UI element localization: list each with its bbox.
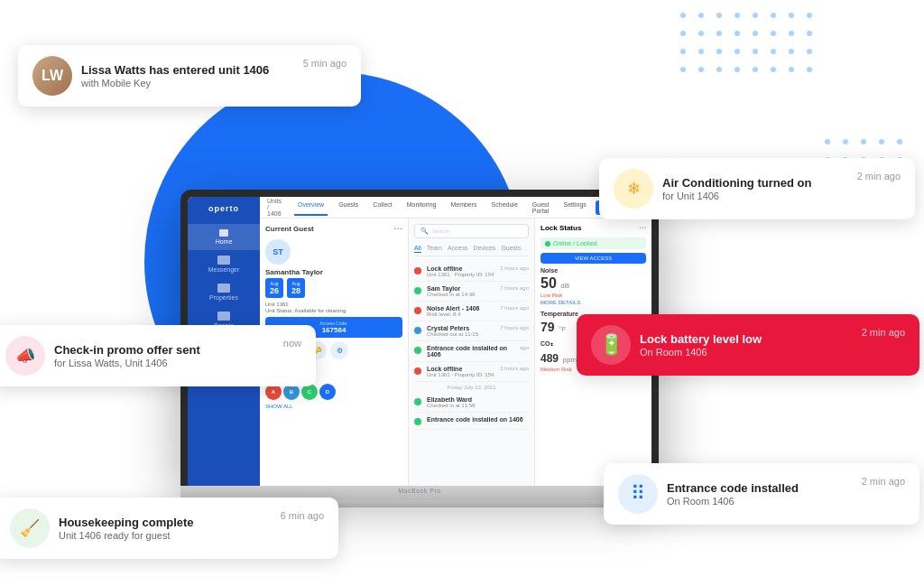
housekeeping-text: Housekeeping complete Unit 1406 ready fo… <box>59 516 194 542</box>
activity-dot-7 <box>414 398 421 405</box>
activity-title-7: Elizabeth Ward <box>427 396 529 403</box>
battery-subtitle: On Room 1406 <box>640 347 762 358</box>
activity-title-4: Crystal Peters <box>427 325 494 331</box>
more-details-button[interactable]: MORE DETAILS <box>541 300 646 305</box>
temp-value: 79 <box>541 320 555 334</box>
co2-value: 489 <box>541 352 559 365</box>
tab-guest-portal[interactable]: Guest Portal <box>529 200 553 216</box>
entrance-icon: ⠿ <box>618 474 658 514</box>
activity-title-3: Noise Alert - 1406 <box>427 305 494 312</box>
tab-settings[interactable]: Settings <box>560 200 590 216</box>
notification-lissa: LW Lissa Watts has entered unit 1406 wit… <box>18 45 361 107</box>
status-dot <box>545 241 550 246</box>
activity-sub-4: Checked out at 11:15 <box>427 331 494 337</box>
activity-sub-2: Checked in at 14:30 <box>427 292 494 297</box>
top-nav: Units / 1406 Overview Guests Collect Mon… <box>260 197 651 219</box>
guest-avatar: ST <box>265 239 291 265</box>
ac-title: Air Conditioning turned on <box>662 176 811 191</box>
activity-dot-2 <box>414 287 421 294</box>
check-out-date: Aug 28 <box>287 278 305 298</box>
housekeeping-time: 6 min ago <box>281 508 324 521</box>
activity-item-6: Lock offline Unit 1361 · Property ID: 15… <box>414 362 529 382</box>
action-icon-4[interactable]: ⚙ <box>330 341 348 359</box>
activity-tab-all[interactable]: All <box>414 244 421 253</box>
activity-title-2: Sam Taylor <box>427 285 494 292</box>
notification-housekeeping: 🧹 Housekeeping complete Unit 1406 ready … <box>0 498 338 559</box>
activity-time-1: 2 hours ago <box>500 265 529 277</box>
tab-schedule[interactable]: Schedule <box>488 200 522 216</box>
search-bar[interactable]: 🔍 Search <box>414 224 529 238</box>
panel-dots[interactable]: ⋯ <box>393 224 402 234</box>
nav-tabs: Overview Guests Collect Monitoring Membe… <box>294 200 590 216</box>
lissa-time: 5 min ago <box>303 56 346 69</box>
checkin-icon: 📣 <box>5 336 45 376</box>
activity-tab-devices[interactable]: Devices <box>473 244 495 253</box>
activity-time-3: 7 hours ago <box>500 305 529 317</box>
activity-tab-guests[interactable]: Guests <box>501 244 521 253</box>
tab-collect[interactable]: Collect <box>369 200 395 216</box>
notification-checkin: 📣 Check-in promo offer sent for Lissa Wa… <box>0 325 316 386</box>
activity-dot-1 <box>414 267 421 274</box>
activity-sub-7: Checked in at 11:58 <box>427 403 529 408</box>
activity-dot-6 <box>414 367 421 375</box>
activity-sub-1: Unit 1361 · Property ID: 154 <box>427 272 494 277</box>
housekeeping-title: Housekeeping complete <box>59 516 194 531</box>
date-separator: Friday July 13, 2021 <box>414 382 529 393</box>
activity-dot-4 <box>414 327 421 334</box>
tab-monitoring[interactable]: Monitoring <box>403 200 440 216</box>
tab-members[interactable]: Members <box>447 200 480 216</box>
search-placeholder: Search <box>432 228 449 234</box>
view-access-button[interactable]: VIEW ACCESS <box>541 253 646 264</box>
ac-icon: ❄ <box>614 169 653 209</box>
activity-title-5: Entrance code installed on 1406 <box>427 345 514 358</box>
activity-time-6: 3 hours ago <box>500 366 529 377</box>
activity-tabs: All Team Access Devices Guests <box>414 244 529 256</box>
notification-ac: ❄ Air Conditioning turned on for Unit 14… <box>599 158 915 219</box>
activity-item-1: Lock offline Unit 1361 · Property ID: 15… <box>414 262 529 282</box>
date-row: Aug 26 Aug 28 <box>265 278 402 298</box>
checkin-subtitle: for Lissa Watts, Unit 1406 <box>54 358 200 368</box>
lock-status-badge: Online / Locked <box>541 237 646 249</box>
activity-time-2: 7 hours ago <box>500 285 529 297</box>
member-avatar-4: D <box>319 384 336 400</box>
entrance-time: 2 min ago <box>862 474 905 487</box>
noise-title: Noise <box>541 267 646 274</box>
lissa-avatar: LW <box>32 56 72 96</box>
activity-item-4: Crystal Peters Checked out at 11:15 7 ho… <box>414 321 529 341</box>
lock-panel-dots[interactable]: ⋯ <box>639 224 646 232</box>
activity-title-1: Lock offline <box>427 265 494 272</box>
sidebar-item-properties[interactable]: Properties <box>188 278 260 306</box>
unit-info: Unit 1361 <box>265 302 402 307</box>
tab-guests[interactable]: Guests <box>335 200 362 216</box>
show-all-button[interactable]: SHOW ALL <box>265 404 402 409</box>
ac-subtitle: for Unit 1406 <box>662 191 811 201</box>
activity-sub-6: Unit 1361 · Property ID: 154 <box>427 372 494 377</box>
activity-item-5: Entrance code installed on 1406 ago <box>414 341 529 362</box>
housekeeping-subtitle: Unit 1406 ready for guest <box>59 530 194 541</box>
check-in-date: Aug 26 <box>265 278 283 298</box>
activity-sub-3: Risk level: 8.4 <box>427 312 494 317</box>
activity-time-4: 7 hours ago <box>500 325 529 337</box>
battery-time: 2 min ago <box>862 325 905 338</box>
tab-overview[interactable]: Overview <box>294 200 328 216</box>
sidebar-item-messenger[interactable]: Messenger <box>188 250 260 278</box>
checkin-text: Check-in promo offer sent for Lissa Watt… <box>54 343 200 369</box>
ac-text: Air Conditioning turned on for Unit 1406 <box>662 176 811 202</box>
temp-unit: °F <box>559 325 566 333</box>
activity-title-6: Lock offline <box>427 366 494 372</box>
noise-value: 50 <box>541 275 557 291</box>
guest-name: Samantha Taylor <box>265 268 402 276</box>
activity-item-2: Sam Taylor Checked in at 14:30 7 hours a… <box>414 282 529 302</box>
activity-tab-team[interactable]: Team <box>427 244 442 253</box>
notification-battery: 🔋 Lock battery level low On Room 1406 2 … <box>577 314 919 376</box>
co2-unit: ppm <box>562 356 577 364</box>
activity-item-3: Noise Alert - 1406 Risk level: 8.4 7 hou… <box>414 302 529 321</box>
entrance-text: Entrance code installed On Room 1406 <box>667 481 799 507</box>
noise-risk-label: Low Risk <box>541 293 646 298</box>
notification-entrance: ⠿ Entrance code installed On Room 1406 2… <box>604 463 919 525</box>
sidebar-item-home[interactable]: Home <box>188 224 260 250</box>
activity-tab-access[interactable]: Access <box>448 244 468 253</box>
activity-panel: 🔍 Search All Team Access Devices Guests <box>409 219 534 486</box>
guest-panel-title: Current Guest <box>265 225 314 233</box>
activity-time-5: ago <box>520 345 529 358</box>
